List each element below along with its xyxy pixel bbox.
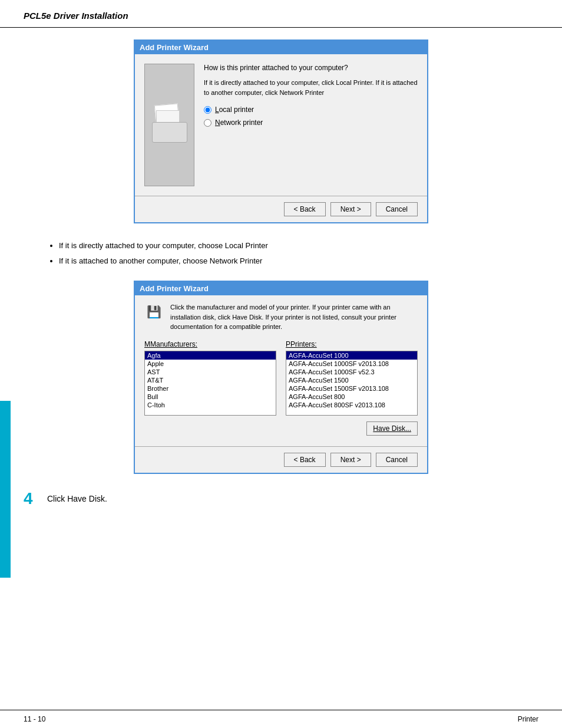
local-printer-option[interactable]: Local printer xyxy=(204,106,418,114)
local-printer-label: Local printer xyxy=(215,106,254,114)
printer-body xyxy=(152,122,187,143)
wizard-1-back-button[interactable]: < Back xyxy=(284,202,326,216)
local-printer-radio[interactable] xyxy=(204,106,211,114)
manufacturers-label: MManufacturers: xyxy=(144,340,276,348)
manufacturer-agfa[interactable]: Agfa xyxy=(145,351,276,360)
have-disk-button[interactable]: Have Disk... xyxy=(366,421,418,436)
wizard-2-lists: MManufacturers: Agfa Apple AST AT&T Brot… xyxy=(144,340,418,416)
wizard-1-body: How is this printer attached to your com… xyxy=(135,54,427,196)
bullet-item-2: If it is attached to another computer, c… xyxy=(59,255,538,267)
manufacturer-brother[interactable]: Brother xyxy=(145,384,276,393)
step-4-number: 4 xyxy=(24,490,41,507)
network-printer-option[interactable]: Network printer xyxy=(204,118,418,127)
manufacturers-listbox[interactable]: Agfa Apple AST AT&T Brother Bull C-Itoh xyxy=(144,351,276,416)
wizard-1-title-bar: Add Printer Wizard xyxy=(135,41,427,54)
step-4-section: 4 Click Have Disk. xyxy=(24,490,538,507)
manufacturers-section: MManufacturers: Agfa Apple AST AT&T Brot… xyxy=(144,340,276,416)
network-printer-label: Network printer xyxy=(215,118,263,127)
page-header: PCL5e Driver Installation xyxy=(0,0,562,28)
manufacturer-att[interactable]: AT&T xyxy=(145,376,276,384)
page-footer: 11 - 10 Printer xyxy=(0,710,562,728)
footer-page-number: 11 - 10 xyxy=(24,715,45,723)
wizard-dialog-2: Add Printer Wizard 💾 Click the manufactu… xyxy=(134,281,428,474)
wizard-2-cancel-button[interactable]: Cancel xyxy=(376,453,418,467)
wizard-2-body: 💾 Click the manufacturer and model of yo… xyxy=(135,295,427,446)
have-disk-row: Have Disk... xyxy=(144,421,418,436)
printer-accuset-1500[interactable]: AGFA-AccuSet 1500 xyxy=(286,376,417,384)
wizard-2-footer: < Back Next > Cancel xyxy=(135,446,427,473)
manufacturer-citoh[interactable]: C-Itoh xyxy=(145,401,276,409)
wizard-1-description: If it is directly attached to your compu… xyxy=(204,78,418,97)
wizard-1-footer: < Back Next > Cancel xyxy=(135,196,427,222)
wizard-1-question: How is this printer attached to your com… xyxy=(204,64,418,72)
footer-section-name: Printer xyxy=(518,715,538,723)
wizard-2-title: Add Printer Wizard xyxy=(140,284,209,293)
manufacturer-bull[interactable]: Bull xyxy=(145,393,276,401)
bullet-item-1: If it is directly attached to your compu… xyxy=(59,240,538,252)
printer-accuset-1000sf-2013[interactable]: AGFA-AccuSet 1000SF v2013.108 xyxy=(286,360,417,368)
printer-accuset-800sf[interactable]: AGFA-AccuSet 800SF v2013.108 xyxy=(286,401,417,409)
manufacturer-ast[interactable]: AST xyxy=(145,368,276,376)
manufacturer-apple[interactable]: Apple xyxy=(145,360,276,368)
printers-listbox[interactable]: AGFA-AccuSet 1000 AGFA-AccuSet 1000SF v2… xyxy=(286,351,418,416)
page-title: PCL5e Driver Installation xyxy=(24,11,128,21)
printer-accuset-800[interactable]: AGFA-AccuSet 800 xyxy=(286,393,417,401)
printers-section: PPrinters: AGFA-AccuSet 1000 AGFA-AccuSe… xyxy=(286,340,418,416)
printers-label: PPrinters: xyxy=(286,340,418,348)
disk-icon: 💾 xyxy=(144,302,163,321)
printer-accuset-1000[interactable]: AGFA-AccuSet 1000 xyxy=(286,351,417,360)
printer-accuset-1500sf[interactable]: AGFA-AccuSet 1500SF v2013.108 xyxy=(286,384,417,393)
wizard-dialog-1: Add Printer Wizard How is this printer a… xyxy=(134,39,428,223)
printer-illustration xyxy=(149,101,190,149)
wizard-2-intro: 💾 Click the manufacturer and model of yo… xyxy=(144,302,418,332)
wizard-1-image xyxy=(144,64,194,186)
wizard-2-description: Click the manufacturer and model of your… xyxy=(170,302,418,332)
wizard-2-next-button[interactable]: Next > xyxy=(330,453,371,467)
wizard-1-next-button[interactable]: Next > xyxy=(330,202,371,216)
wizard-2-back-button[interactable]: < Back xyxy=(284,453,326,467)
network-printer-radio[interactable] xyxy=(204,119,211,127)
instruction-bullets: If it is directly attached to your compu… xyxy=(24,240,538,266)
step-4-text: Click Have Disk. xyxy=(47,490,107,503)
wizard-1-title: Add Printer Wizard xyxy=(140,43,209,52)
wizard-2-title-bar: Add Printer Wizard xyxy=(135,282,427,295)
printer-accuset-1000sf-52[interactable]: AGFA-AccuSet 1000SF v52.3 xyxy=(286,368,417,376)
wizard-1-content: How is this printer attached to your com… xyxy=(204,64,418,186)
wizard-1-cancel-button[interactable]: Cancel xyxy=(376,202,418,216)
printer-type-radio-group: Local printer Network printer xyxy=(204,106,418,127)
cyan-sidebar-bar xyxy=(0,401,11,578)
main-content: Add Printer Wizard How is this printer a… xyxy=(0,39,562,507)
